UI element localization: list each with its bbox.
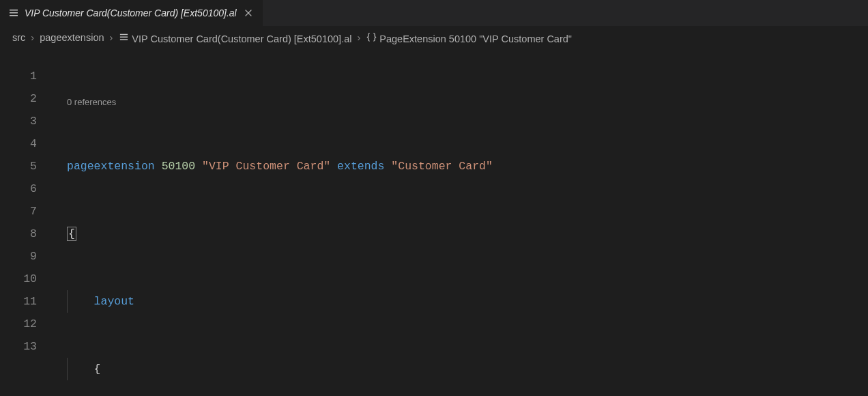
line-number-gutter: 1 2 3 4 5 6 7 8 9 10 11 12 13	[0, 50, 55, 397]
breadcrumb-pageextension[interactable]: pageextension	[40, 32, 104, 43]
chevron-right-icon: ›	[31, 32, 34, 43]
line-number: 9	[0, 245, 37, 268]
line-number: 3	[0, 110, 37, 132]
breadcrumb-file-label: VIP Customer Card(Customer Card) [Ext501…	[132, 33, 351, 44]
breadcrumb-symbol-label: PageExtension 50100 "VIP Customer Card"	[379, 33, 572, 44]
code-area[interactable]: 0 references pageextension 50100 "VIP Cu…	[55, 50, 868, 397]
breadcrumb-symbol[interactable]: PageExtension 50100 "VIP Customer Card"	[366, 31, 572, 44]
codelens-references[interactable]: 0 references	[55, 95, 868, 110]
line-number: 8	[0, 223, 37, 245]
code-line[interactable]: {	[55, 223, 868, 245]
breadcrumb: src › pageextension › VIP Customer Card(…	[0, 26, 868, 50]
file-icon	[8, 8, 19, 18]
file-tab-active[interactable]: VIP Customer Card(Customer Card) [Ext501…	[0, 0, 263, 26]
line-number: 12	[0, 313, 37, 335]
code-line[interactable]: {	[55, 358, 868, 380]
tab-filename: VIP Customer Card(Customer Card) [Ext501…	[25, 8, 237, 18]
code-line[interactable]: pageextension 50100 "VIP Customer Card" …	[55, 155, 868, 178]
line-number: 10	[0, 268, 37, 290]
code-line[interactable]: layout	[55, 290, 868, 313]
line-number: 7	[0, 200, 37, 223]
line-number: 1	[0, 65, 37, 87]
line-number: 13	[0, 335, 37, 358]
line-number: 5	[0, 155, 37, 178]
line-number: 11	[0, 290, 37, 313]
breadcrumb-src[interactable]: src	[12, 32, 25, 43]
chevron-right-icon: ›	[110, 32, 113, 43]
line-number: 2	[0, 87, 37, 110]
chevron-right-icon: ›	[357, 32, 360, 43]
breadcrumb-file[interactable]: VIP Customer Card(Customer Card) [Ext501…	[118, 31, 351, 44]
close-icon[interactable]	[242, 7, 255, 19]
braces-icon	[366, 31, 377, 42]
line-number: 4	[0, 132, 37, 155]
line-number: 6	[0, 178, 37, 200]
file-icon	[118, 31, 129, 42]
code-editor[interactable]: 1 2 3 4 5 6 7 8 9 10 11 12 13 0 referenc…	[0, 50, 868, 397]
tab-bar: VIP Customer Card(Customer Card) [Ext501…	[0, 0, 868, 26]
